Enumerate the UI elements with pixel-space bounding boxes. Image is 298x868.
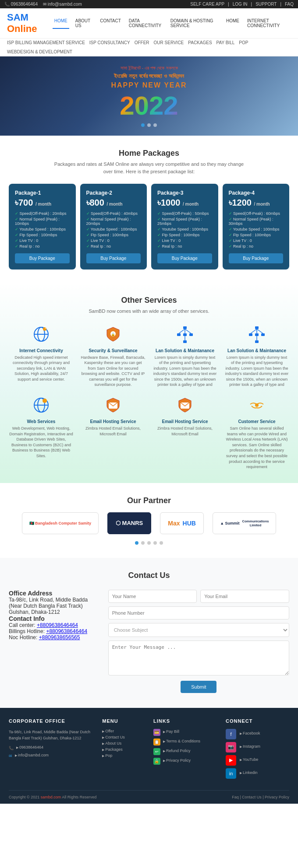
- nav-domain[interactable]: DOMAIN & HOSTING SERVICE: [169, 18, 220, 29]
- hero-title: HAPPY NEW YEAR: [111, 81, 187, 89]
- service-icon-2: 🔒: [103, 324, 124, 345]
- partner-section: Our Partner 🇧🇩 Bangladesh Computer Samit…: [0, 483, 298, 558]
- billings-link[interactable]: +8809638646464: [46, 628, 87, 634]
- footer-menu-pop[interactable]: Pop: [102, 753, 145, 758]
- buy-package-btn-3[interactable]: Buy Package: [157, 253, 212, 263]
- footer-corporate: CORPORATE OFFICE Ta-98/c, Link Road, Mid…: [9, 718, 93, 781]
- terms-link[interactable]: Terms & Conditions: [163, 739, 200, 743]
- subnav-webdesign[interactable]: WEBDESIGN & DEVELOPMENT: [7, 49, 72, 54]
- footer-phone[interactable]: 09638646464: [16, 745, 43, 749]
- subnav-isp-billing[interactable]: ISP BILLING MANAGEMENT SERVICE: [7, 40, 85, 45]
- service-desc-4: Lorem Ipsum is simply dummy text of the …: [224, 355, 289, 388]
- call-center-link[interactable]: +8809638646464: [37, 622, 78, 628]
- corporate-title: CORPORATE OFFICE: [9, 718, 93, 724]
- svg-rect-9: [183, 333, 187, 336]
- svg-line-22: [251, 329, 257, 333]
- corporate-address: Ta-98/c, Link Road, Middle Badda (Near D…: [9, 729, 93, 742]
- svg-point-31: [255, 403, 259, 407]
- partner-dot-4[interactable]: [153, 541, 157, 545]
- hero-subtitle-bn: সামা ইন্টারনেট - এর পক্ষ থেকে সকলকে: [121, 65, 178, 71]
- youtube-link[interactable]: YouTube: [240, 757, 258, 762]
- footer-menu-about[interactable]: About Us: [102, 741, 145, 746]
- subnav-pay-bill[interactable]: PAY BILL: [216, 40, 235, 45]
- service-icon-1: [31, 324, 52, 345]
- paybill-link[interactable]: Pay Bill: [163, 729, 179, 734]
- top-bar-left: 📞 09638646464 ✉ info@sambd.com: [4, 2, 82, 7]
- linkedin-link[interactable]: Linkedin: [240, 770, 257, 775]
- instagram-link[interactable]: Instagram: [240, 744, 260, 749]
- instagram-item: 📷 Instagram: [226, 742, 289, 752]
- office-address: Ta-98/c, Link Road, Middle Badda(Near Du…: [9, 597, 99, 615]
- nav-contact[interactable]: CONTACT: [98, 18, 123, 29]
- privacy-link[interactable]: Privacy Policy: [163, 758, 191, 763]
- noc-link[interactable]: +8809638656565: [39, 634, 80, 640]
- svg-line-14: [185, 329, 191, 333]
- logo: SAM Online: [7, 12, 53, 35]
- self-care-link[interactable]: SELF CARE APP: [190, 2, 224, 7]
- login-link[interactable]: LOG IN: [233, 2, 248, 7]
- partner-logo-3: MaxHUB: [160, 512, 204, 534]
- subnav-packages[interactable]: PACKAGES: [188, 40, 212, 45]
- subnav-our-service[interactable]: OUR SERVICE: [154, 40, 184, 45]
- partner-dot-1[interactable]: [135, 541, 138, 545]
- facebook-icon: f: [226, 729, 236, 739]
- partner-dot-5[interactable]: [160, 541, 163, 545]
- package-price-2: ৳800 / month: [86, 198, 141, 208]
- contact-bottom-link[interactable]: Contact Us: [242, 795, 262, 799]
- package-features-2: Speed(Off-Peak) : 40mbpsNormal Speed (Pe…: [86, 211, 141, 250]
- footer-email[interactable]: info@sambd.com: [15, 753, 49, 757]
- svg-rect-11: [183, 340, 187, 343]
- email-input[interactable]: [200, 590, 289, 603]
- contact-info: Office Address Ta-98/c, Link Road, Middl…: [9, 590, 99, 695]
- nav-home2[interactable]: HOME: [224, 18, 241, 29]
- service-item-8: Customer Service Sam Online has several …: [224, 395, 289, 470]
- footer-menu-offer[interactable]: Offer: [102, 729, 145, 733]
- hero-dot-2[interactable]: [147, 123, 151, 127]
- service-name-1: Internet Connectivity: [9, 348, 74, 353]
- contact-form: Choose Subject Submit: [108, 590, 289, 695]
- subject-select[interactable]: Choose Subject: [108, 623, 289, 637]
- partner-dot-3[interactable]: [147, 541, 151, 545]
- subnav-pop[interactable]: POP: [239, 40, 248, 45]
- footer-menu-contact[interactable]: Contact Us: [102, 735, 145, 739]
- svg-line-23: [257, 329, 263, 333]
- service-desc-5: Web Development, Web Hosting, Domain Reg…: [9, 426, 74, 459]
- service-desc-6: Zimbra Hosted Email Solutions, Microsoft…: [81, 426, 145, 437]
- partner-logos: 🇧🇩 Bangladesh Computer Samity⬡ MANRSMaxH…: [9, 512, 289, 534]
- service-icon-7: [174, 395, 195, 416]
- package-features-3: Speed(Off-Peak) : 50mbpsNormal Speed (Pe…: [157, 211, 212, 250]
- subnav-offer[interactable]: OFFER: [135, 40, 149, 45]
- phone-input[interactable]: [108, 606, 289, 620]
- sambd-link[interactable]: sambd.com: [41, 795, 61, 799]
- footer-bottom: Copyright © 2021 sambd.com All Rights Re…: [9, 790, 289, 799]
- footer-link-paybill: 💳 Pay Bill: [153, 729, 217, 736]
- faq-bottom-link[interactable]: Faq: [232, 795, 239, 799]
- refund-link[interactable]: Refund Policy: [163, 749, 190, 753]
- hero-dot-3[interactable]: [153, 123, 157, 127]
- package-price-1: ৳700 / month: [15, 198, 70, 208]
- nav-home[interactable]: HOME: [53, 18, 69, 29]
- service-desc-7: Zimbra Hosted Email Solutions, Microsoft…: [153, 426, 217, 437]
- buy-package-btn-1[interactable]: Buy Package: [15, 253, 70, 263]
- faq-link[interactable]: FAQ: [285, 2, 294, 7]
- nav-data[interactable]: DATA CONNECTIVITY: [127, 18, 164, 29]
- privacy-bottom-link[interactable]: Privacy Policy: [265, 795, 289, 799]
- subnav-isp-consultancy[interactable]: ISP CONSULTANCY: [89, 40, 130, 45]
- footer-menu-packages[interactable]: Packages: [102, 747, 145, 752]
- facebook-link[interactable]: Facebook: [240, 731, 260, 735]
- message-textarea[interactable]: [108, 640, 289, 676]
- buy-package-btn-4[interactable]: Buy Package: [229, 253, 284, 263]
- svg-point-4: [45, 328, 46, 329]
- footer-email-item: ✉ info@sambd.com: [9, 753, 93, 759]
- nav-internet[interactable]: INTERNET CONNECTIVITY: [245, 18, 291, 29]
- name-input[interactable]: [108, 590, 197, 603]
- service-name-6: Email Hosting Service: [81, 419, 145, 424]
- service-desc-1: Dedicated High speed internet connectivi…: [9, 355, 74, 382]
- submit-button[interactable]: Submit: [181, 681, 216, 693]
- partner-dot-2[interactable]: [141, 541, 145, 545]
- hero-dot-1[interactable]: [141, 123, 145, 127]
- svg-text:🔒: 🔒: [111, 332, 115, 336]
- buy-package-btn-2[interactable]: Buy Package: [86, 253, 141, 263]
- nav-about[interactable]: ABOUT US: [74, 18, 94, 29]
- support-link[interactable]: SUPPORT: [255, 2, 277, 7]
